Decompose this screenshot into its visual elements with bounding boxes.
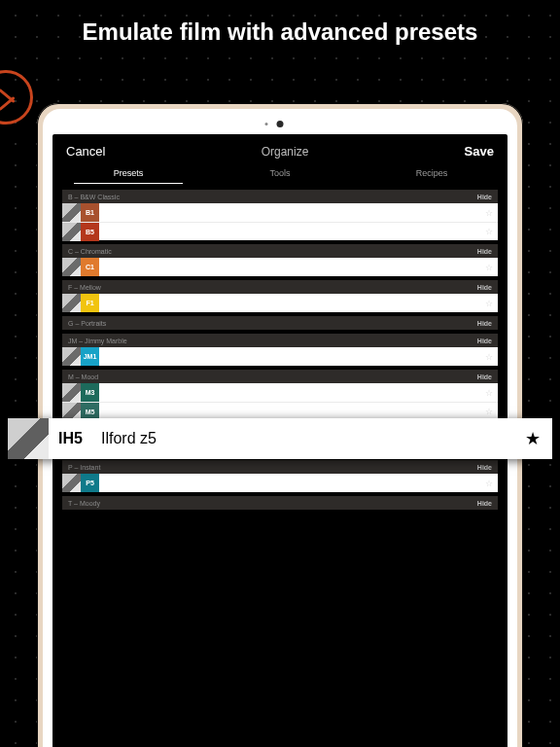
preset-group: T – MoodyHide <box>62 496 498 510</box>
hide-button[interactable]: Hide <box>477 320 492 327</box>
preset-code: IH5 <box>49 430 101 447</box>
preset-thumbnail <box>62 223 81 241</box>
group-title: F – Mellow <box>68 284 101 291</box>
star-icon[interactable]: ★ <box>513 428 552 449</box>
preset-row-fill <box>99 203 480 222</box>
preset-chip: P5 <box>81 474 99 492</box>
preset-row-fill <box>99 383 480 402</box>
tab-bar: Presets Tools Recipes <box>52 162 508 186</box>
tab-presets[interactable]: Presets <box>52 162 204 186</box>
star-outline-icon[interactable]: ☆ <box>480 223 498 240</box>
hide-button[interactable]: Hide <box>477 284 492 291</box>
screen-title: Organize <box>262 145 309 159</box>
preset-row[interactable]: B1☆ <box>62 203 498 222</box>
highlighted-preset-row[interactable]: IH5 Ilford z5 ★ <box>8 418 552 459</box>
preset-chip: JM1 <box>81 347 99 366</box>
star-outline-icon[interactable]: ☆ <box>480 474 498 492</box>
preset-thumbnail <box>62 258 81 276</box>
group-header[interactable]: P – InstantHide <box>62 460 498 474</box>
group-title: T – Moody <box>68 500 100 507</box>
hide-button[interactable]: Hide <box>477 374 492 380</box>
hide-button[interactable]: Hide <box>477 194 492 200</box>
preset-chip: M3 <box>81 383 99 402</box>
preset-group: G – PortraitsHide <box>62 316 498 330</box>
preset-row-fill <box>99 474 480 492</box>
preset-group: P – InstantHideP5☆ <box>62 460 498 492</box>
tab-tools[interactable]: Tools <box>204 162 356 186</box>
preset-thumbnail <box>62 347 81 366</box>
group-header[interactable]: G – PortraitsHide <box>62 316 498 330</box>
hide-button[interactable]: Hide <box>477 464 492 471</box>
preset-group: M – MoodHideM3☆M5☆ <box>62 370 498 420</box>
group-title: M – Mood <box>68 374 98 380</box>
preset-row[interactable]: B5☆ <box>62 222 498 240</box>
preset-thumbnail <box>62 383 81 402</box>
group-title: P – Instant <box>68 464 100 471</box>
group-header[interactable]: T – MoodyHide <box>62 496 498 510</box>
preset-row-fill <box>99 347 480 366</box>
preset-list[interactable]: B – B&W ClassicHideB1☆B5☆C – ChromaticHi… <box>52 186 508 510</box>
tab-recipes[interactable]: Recipes <box>356 162 508 186</box>
preset-row[interactable]: JM1☆ <box>62 347 498 366</box>
preset-row-fill <box>99 294 480 312</box>
preset-row[interactable]: F1☆ <box>62 294 498 312</box>
camera-icon <box>277 121 284 127</box>
preset-row[interactable]: C1☆ <box>62 258 498 276</box>
group-title: B – B&W Classic <box>68 194 120 200</box>
page-headline: Emulate film with advanced presets <box>0 0 560 60</box>
group-header[interactable]: F – MellowHide <box>62 280 498 294</box>
group-title: C – Chromatic <box>68 248 112 255</box>
group-header[interactable]: JM – Jimmy MarbleHide <box>62 334 498 347</box>
star-outline-icon[interactable]: ☆ <box>480 258 498 276</box>
group-header[interactable]: M – MoodHide <box>62 370 498 383</box>
group-header[interactable]: B – B&W ClassicHide <box>62 190 498 203</box>
preset-row-fill <box>99 258 480 276</box>
preset-group: B – B&W ClassicHideB1☆B5☆ <box>62 190 498 240</box>
group-header[interactable]: C – ChromaticHide <box>62 244 498 258</box>
preset-chip: C1 <box>81 258 99 276</box>
hide-button[interactable]: Hide <box>477 248 492 255</box>
preset-name: Ilford z5 <box>101 430 513 447</box>
star-outline-icon[interactable]: ☆ <box>480 294 498 312</box>
group-title: JM – Jimmy Marble <box>68 338 127 344</box>
preset-thumbnail <box>62 203 81 222</box>
group-title: G – Portraits <box>68 320 106 327</box>
cancel-button[interactable]: Cancel <box>66 144 105 159</box>
preset-group: JM – Jimmy MarbleHideJM1☆ <box>62 334 498 366</box>
star-outline-icon[interactable]: ☆ <box>480 347 498 366</box>
preset-row-fill <box>99 223 480 240</box>
hide-button[interactable]: Hide <box>477 500 492 507</box>
preset-row[interactable]: M3☆ <box>62 383 498 402</box>
top-bar: Cancel Organize Save <box>52 134 508 162</box>
star-outline-icon[interactable]: ☆ <box>480 383 498 402</box>
preset-chip: B5 <box>81 223 99 241</box>
preset-thumbnail <box>8 418 49 459</box>
preset-thumbnail <box>62 294 81 312</box>
preset-group: C – ChromaticHideC1☆ <box>62 244 498 276</box>
preset-group: F – MellowHideF1☆ <box>62 280 498 312</box>
star-outline-icon[interactable]: ☆ <box>480 203 498 222</box>
preset-chip: F1 <box>81 294 99 312</box>
save-button[interactable]: Save <box>465 144 494 159</box>
hide-button[interactable]: Hide <box>477 338 492 344</box>
preset-row[interactable]: P5☆ <box>62 474 498 492</box>
preset-chip: B1 <box>81 203 99 222</box>
preset-thumbnail <box>62 474 81 492</box>
